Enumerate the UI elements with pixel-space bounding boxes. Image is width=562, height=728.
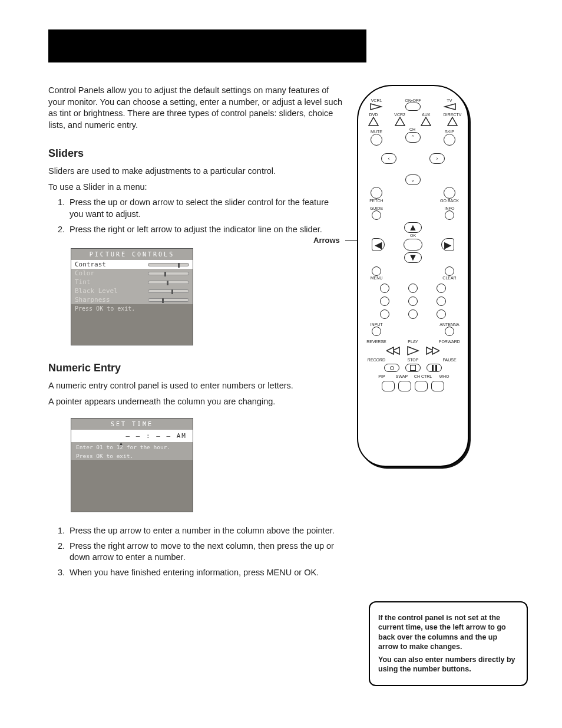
- forward-button[interactable]: [425, 346, 439, 355]
- number-6-button[interactable]: [437, 297, 446, 306]
- svg-marker-5: [448, 117, 457, 126]
- go-back-button[interactable]: [444, 187, 455, 199]
- arrow-left-button[interactable]: ◀: [372, 238, 385, 251]
- remote-label-pip: PIP: [373, 374, 391, 378]
- sliders-step-2: Press the right or left arrow to adjust …: [67, 224, 343, 236]
- set-time-title: SET TIME: [71, 419, 193, 430]
- number-5-button[interactable]: [408, 297, 418, 306]
- numeric-steps: Press the up arrow to enter a number in …: [48, 525, 343, 578]
- remote-label-reverse: REVERSE: [366, 340, 386, 344]
- tip-p1: If the control panel is not set at the c…: [378, 613, 518, 651]
- numeric-p2: A pointer appears underneath the column …: [48, 396, 343, 408]
- device-aux-icon[interactable]: [421, 117, 431, 126]
- picture-control-row-black-level: Black Level: [71, 286, 193, 295]
- numeric-step-1: Press the up arrow to enter a number in …: [67, 525, 343, 537]
- tip-box: If the control panel is not set at the c…: [369, 601, 528, 686]
- menu-button[interactable]: [372, 266, 381, 276]
- sliders-p1: Sliders are used to make adjustments to …: [48, 166, 343, 177]
- arrow-right-button[interactable]: ▶: [441, 238, 454, 251]
- play-right-icon: [369, 103, 384, 111]
- remote-label-antenna: ANTENNA: [439, 322, 459, 327]
- number-1-button[interactable]: [380, 284, 389, 293]
- sliders-steps: Press the up or down arrow to select the…: [48, 197, 343, 235]
- remote-label-skip: SKIP: [445, 130, 454, 134]
- input-button[interactable]: [372, 327, 381, 336]
- power-button[interactable]: [405, 103, 421, 111]
- numeric-step-2: Press the right arrow to move to the nex…: [67, 541, 343, 564]
- remote-label-input: INPUT: [371, 322, 383, 327]
- slider-knob: [167, 281, 168, 285]
- number-8-button[interactable]: [408, 309, 418, 319]
- slider-track: [148, 263, 189, 266]
- reverse-button[interactable]: [386, 346, 401, 355]
- number-7-button[interactable]: [380, 309, 389, 319]
- number-9-button[interactable]: [437, 309, 446, 319]
- picture-control-row-sharpness: Sharpness: [71, 295, 193, 304]
- device-dvd-icon[interactable]: [368, 117, 379, 126]
- remote-label-record: RECORD: [368, 358, 385, 362]
- svg-marker-7: [386, 347, 394, 354]
- number-3-button[interactable]: [437, 284, 446, 293]
- picture-control-row-tint: Tint: [71, 278, 193, 286]
- play-left-icon: [442, 103, 457, 111]
- stop-button[interactable]: [405, 364, 421, 372]
- volume-down-button[interactable]: ‹: [381, 153, 396, 164]
- picture-controls-hint: Press OK to exit.: [71, 304, 193, 313]
- record-button[interactable]: [384, 364, 399, 372]
- mute-button[interactable]: [371, 134, 382, 146]
- arrow-up-button[interactable]: ▲: [404, 222, 422, 233]
- remote-label-aux: AUX: [422, 113, 430, 117]
- remote-label-onoff: ON•OFF: [405, 98, 421, 103]
- info-button[interactable]: [445, 210, 454, 220]
- pip-button[interactable]: [382, 381, 395, 391]
- numeric-step-3: When you have finished entering informat…: [67, 567, 343, 579]
- svg-marker-4: [421, 117, 431, 126]
- remote-control-diagram: VCR1 ON•OFF TV DVD VCR2 AUX DIRECTV: [357, 85, 469, 467]
- skip-button[interactable]: [444, 134, 455, 146]
- remote-label-guide: GUIDE: [370, 206, 383, 210]
- remote-label-info: INFO: [445, 206, 455, 210]
- pause-button[interactable]: [427, 364, 442, 372]
- channel-up-button[interactable]: ⌃: [405, 132, 421, 143]
- set-time-instr1: Enter 01 to 12 for the hour.: [71, 442, 193, 451]
- slider-knob: [178, 263, 180, 268]
- antenna-button[interactable]: [445, 327, 454, 336]
- chctrl-button[interactable]: [415, 381, 428, 391]
- remote-label-vcr2: VCR2: [394, 113, 405, 117]
- remote-column: Arrows VCR1 ON•OFF TV DVD VCR2: [357, 85, 516, 589]
- remote-label-pause: PAUSE: [442, 358, 456, 362]
- remote-label-menu: MENU: [371, 276, 383, 280]
- clear-button[interactable]: [445, 266, 454, 276]
- remote-label-directv: DIRECTV: [444, 113, 462, 117]
- fetch-button[interactable]: [371, 187, 382, 199]
- set-time-value: — — : — — AM: [71, 430, 193, 442]
- tip-p2: You can also enter numbers directly by u…: [378, 655, 518, 674]
- sliders-step-1: Press the up or down arrow to select the…: [67, 197, 343, 220]
- channel-volume-pad: CH ⌃ ⌄ ‹ ›: [381, 132, 445, 185]
- device-directv-icon[interactable]: [447, 117, 458, 126]
- guide-button[interactable]: [372, 210, 381, 220]
- who-button[interactable]: [431, 381, 444, 391]
- intro-paragraph: Control Panels allow you to adjust the d…: [48, 85, 343, 131]
- number-2-button[interactable]: [408, 284, 418, 293]
- slider-knob: [162, 298, 164, 303]
- ok-button[interactable]: [404, 239, 422, 251]
- slider-track: [148, 272, 189, 275]
- numeric-heading: Numeric Entry: [48, 362, 343, 374]
- arrow-down-button[interactable]: ▼: [404, 252, 422, 263]
- svg-marker-3: [395, 117, 405, 126]
- play-button[interactable]: [406, 345, 419, 356]
- device-vcr2-icon[interactable]: [395, 117, 405, 126]
- slider-track: [148, 298, 189, 302]
- main-content-column: Control Panels allow you to adjust the d…: [48, 85, 343, 589]
- picture-control-label: Tint: [75, 278, 148, 286]
- svg-marker-8: [408, 347, 418, 355]
- channel-down-button[interactable]: ⌄: [405, 174, 421, 185]
- swap-button[interactable]: [398, 381, 411, 391]
- header-black-bar: [48, 29, 366, 62]
- remote-label-dvd: DVD: [369, 113, 378, 117]
- picture-controls-title: PICTURE CONTROLS: [71, 249, 193, 260]
- slider-track: [148, 289, 189, 293]
- number-4-button[interactable]: [380, 297, 389, 306]
- volume-up-button[interactable]: ›: [429, 153, 445, 164]
